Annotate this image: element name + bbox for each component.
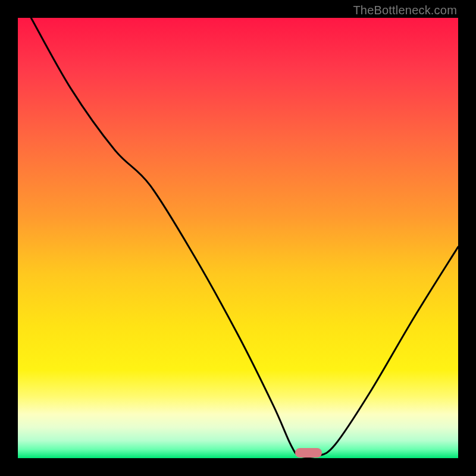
optimal-marker <box>295 448 321 458</box>
watermark-text: TheBottleneck.com <box>353 4 457 17</box>
chart-frame: TheBottleneck.com <box>0 0 476 476</box>
plot-area <box>18 18 458 458</box>
bottleneck-curve <box>31 18 458 458</box>
curve-layer <box>18 18 458 458</box>
